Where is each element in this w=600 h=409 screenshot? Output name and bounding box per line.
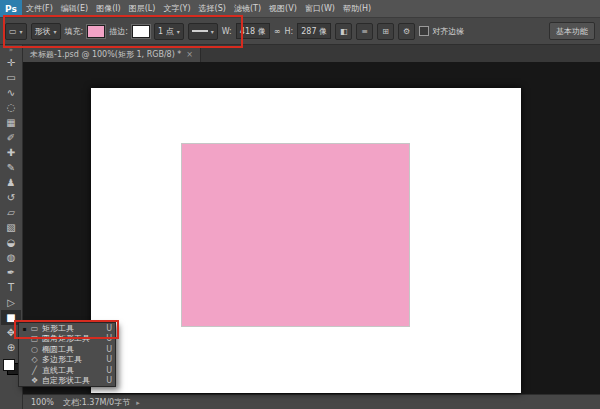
blur-tool[interactable]: ◒ xyxy=(1,235,21,250)
eyedropper-tool[interactable]: ✐ xyxy=(1,130,21,145)
tool-mode-dropdown[interactable]: 形状 ▾ xyxy=(31,23,61,40)
menu-layer[interactable]: 图层(L) xyxy=(125,3,160,14)
tool-preset-picker[interactable]: ▭ ▾ xyxy=(5,23,27,40)
width-value: 418 像 xyxy=(240,26,266,37)
menubar: Ps 文件(F) 编辑(E) 图像(I) 图层(L) 文字(Y) 选择(S) 滤… xyxy=(0,0,600,18)
align-edges-label: 对齐边缘 xyxy=(432,26,464,37)
flyout-item-shortcut: U xyxy=(106,345,112,354)
move-tool[interactable]: ✛ xyxy=(1,55,21,70)
rectangle-tool-icon: ▭ xyxy=(9,27,17,36)
link-dimensions-icon[interactable]: ∞ xyxy=(274,27,281,36)
flyout-item-label: 自定形状工具 xyxy=(42,375,103,386)
fill-label: 填充: xyxy=(65,26,84,37)
fill-swatch[interactable] xyxy=(87,25,105,38)
menu-window[interactable]: 窗口(W) xyxy=(301,3,339,14)
document-tab[interactable]: 未标题-1.psd @ 100%(矩形 1, RGB/8) * × xyxy=(23,46,201,62)
path-alignment-button[interactable]: ≡ xyxy=(356,23,373,40)
eraser-tool[interactable]: ▱ xyxy=(1,205,21,220)
align-edges-checkbox[interactable]: 对齐边缘 xyxy=(419,26,464,37)
chevron-down-icon: ▾ xyxy=(54,28,57,35)
chevron-down-icon: ▾ xyxy=(177,28,180,35)
lasso-tool[interactable]: ∿ xyxy=(1,85,21,100)
clone-stamp-tool[interactable]: ♟ xyxy=(1,175,21,190)
foreground-background-swatches[interactable] xyxy=(3,359,19,375)
ellipse-icon: ○ xyxy=(30,345,39,354)
collapse-panel-icon[interactable]: » xyxy=(9,46,13,55)
rectangle-icon: ▭ xyxy=(30,324,39,333)
flyout-item-label: 直线工具 xyxy=(42,365,103,376)
pink-rectangle-shape xyxy=(181,143,410,327)
document-title: 未标题-1.psd @ 100%(矩形 1, RGB/8) * xyxy=(30,49,181,60)
selected-tool-marker: ▪ xyxy=(22,325,27,332)
stroke-swatch[interactable] xyxy=(132,25,150,38)
stroke-label: 描边: xyxy=(109,26,128,37)
flyout-item-shortcut: U xyxy=(106,324,112,333)
stroke-width-value: 1 点 xyxy=(158,26,174,37)
flyout-item-label: 椭圆工具 xyxy=(42,344,103,355)
workspace-switcher[interactable]: 基本功能 xyxy=(549,22,595,40)
flyout-rounded-rectangle-tool[interactable]: ▢ 圆角矩形工具 U xyxy=(19,334,115,345)
path-operations-icon: ◧ xyxy=(340,27,348,36)
flyout-rectangle-tool[interactable]: ▪ ▭ 矩形工具 U xyxy=(19,323,115,334)
flyout-item-shortcut: U xyxy=(106,334,112,343)
path-select-tool[interactable]: ▷ xyxy=(1,295,21,310)
tool-mode-value: 形状 xyxy=(35,26,51,37)
dodge-tool[interactable]: ◍ xyxy=(1,250,21,265)
path-arrange-button[interactable]: ⊞ xyxy=(377,23,394,40)
foreground-color-swatch[interactable] xyxy=(3,359,15,371)
flyout-item-label: 多边形工具 xyxy=(42,354,103,365)
flyout-polygon-tool[interactable]: ◇ 多边形工具 U xyxy=(19,355,115,366)
flyout-custom-shape-tool[interactable]: ❖ 自定形状工具 U xyxy=(19,376,115,387)
menu-edit[interactable]: 编辑(E) xyxy=(57,3,92,14)
flyout-item-label: 圆角矩形工具 xyxy=(42,333,103,344)
height-value: 287 像 xyxy=(301,26,327,37)
height-field[interactable]: 287 像 xyxy=(297,23,331,39)
flyout-item-shortcut: U xyxy=(106,366,112,375)
polygon-icon: ◇ xyxy=(30,355,39,364)
ps-logo: Ps xyxy=(0,0,22,17)
line-icon: ╱ xyxy=(30,366,39,375)
quick-select-tool[interactable]: ◌ xyxy=(1,100,21,115)
menu-filter[interactable]: 滤镜(T) xyxy=(230,3,265,14)
marquee-tool[interactable]: ▭ xyxy=(1,70,21,85)
flyout-ellipse-tool[interactable]: ○ 椭圆工具 U xyxy=(19,344,115,355)
gradient-tool[interactable]: ▧ xyxy=(1,220,21,235)
status-options-arrow-icon[interactable]: ▸ xyxy=(136,399,140,407)
flyout-line-tool[interactable]: ╱ 直线工具 U xyxy=(19,365,115,376)
pen-tool[interactable]: ✒ xyxy=(1,265,21,280)
width-field[interactable]: 418 像 xyxy=(236,23,270,39)
menu-view[interactable]: 视图(V) xyxy=(265,3,301,14)
type-tool[interactable]: T xyxy=(1,280,21,295)
geometry-options-button[interactable]: ⚙ xyxy=(398,23,415,40)
width-label: W: xyxy=(222,27,232,36)
document-page xyxy=(91,88,521,393)
zoom-level-field[interactable]: 100% xyxy=(31,398,57,407)
brush-tool[interactable]: ✎ xyxy=(1,160,21,175)
path-alignment-icon: ≡ xyxy=(361,27,368,36)
stroke-width-field[interactable]: 1 点 ▾ xyxy=(154,23,184,40)
path-operations-button[interactable]: ◧ xyxy=(335,23,352,40)
menu-file[interactable]: 文件(F) xyxy=(22,3,57,14)
flyout-item-shortcut: U xyxy=(106,355,112,364)
flyout-item-label: 矩形工具 xyxy=(42,323,103,334)
crop-tool[interactable]: ▦ xyxy=(1,115,21,130)
menu-help[interactable]: 帮助(H) xyxy=(339,3,375,14)
menu-image[interactable]: 图像(I) xyxy=(92,3,125,14)
checkbox-icon xyxy=(419,26,429,36)
menu-select[interactable]: 选择(S) xyxy=(195,3,230,14)
custom-shape-icon: ❖ xyxy=(30,376,39,385)
healing-brush-tool[interactable]: ✚ xyxy=(1,145,21,160)
shape-tools-flyout: ▪ ▭ 矩形工具 U ▢ 圆角矩形工具 U ○ 椭圆工具 U ◇ 多边形工具 U… xyxy=(18,322,116,387)
gear-icon: ⚙ xyxy=(403,27,410,36)
status-bar: 100% 文档:1.37M/0字节 ▸ xyxy=(23,394,600,409)
workspace-label: 基本功能 xyxy=(556,26,588,37)
menu-type[interactable]: 文字(Y) xyxy=(159,3,194,14)
path-arrange-icon: ⊞ xyxy=(382,27,389,36)
history-brush-tool[interactable]: ↺ xyxy=(1,190,21,205)
document-info: 文档:1.37M/0字节 xyxy=(63,397,130,408)
document-tab-bar: 未标题-1.psd @ 100%(矩形 1, RGB/8) * × xyxy=(23,45,600,62)
close-icon[interactable]: × xyxy=(186,50,193,59)
chevron-down-icon: ▾ xyxy=(211,28,214,35)
stroke-style-dropdown[interactable]: ▾ xyxy=(188,23,218,40)
stroke-style-preview xyxy=(192,30,208,32)
